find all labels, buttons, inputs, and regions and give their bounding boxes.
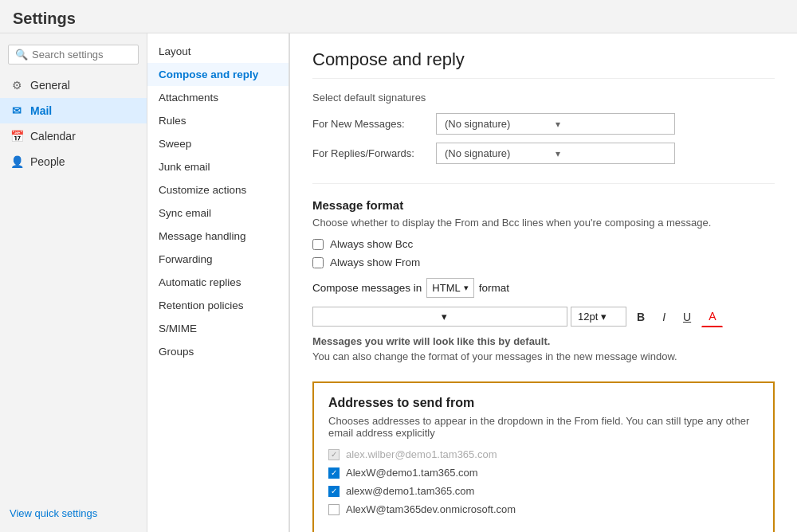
addresses-title: Addresses to send from bbox=[328, 396, 759, 410]
middle-nav: Layout Compose and reply Attachments Rul… bbox=[147, 33, 289, 532]
format-row: Compose messages in HTML ▾ format bbox=[312, 278, 775, 298]
nav-item-retention[interactable]: Retention policies bbox=[147, 294, 289, 317]
addresses-desc: Chooses addresses to appear in the dropd… bbox=[328, 415, 759, 439]
show-from-row: Always show From bbox=[312, 256, 775, 268]
sidebar: 🔍 ⚙ General ✉ Mail 📅 Calendar 👤 bbox=[0, 33, 147, 532]
sidebar-item-calendar[interactable]: 📅 Calendar bbox=[0, 123, 147, 149]
bold-button[interactable]: B bbox=[630, 307, 652, 327]
divider bbox=[312, 183, 775, 184]
chevron-down-icon: ▾ bbox=[442, 311, 560, 323]
format-value: HTML bbox=[432, 282, 460, 294]
message-format-title: Message format bbox=[312, 198, 775, 212]
message-format-section: Message format Choose whether to display… bbox=[312, 198, 775, 362]
show-from-label: Always show From bbox=[330, 256, 420, 268]
address-email-1: alex.wilber@demo1.tam365.com bbox=[346, 448, 497, 460]
app-container: Settings 🔍 ⚙ General ✉ Mail 📅 Calenda bbox=[0, 0, 797, 532]
nav-item-auto-replies[interactable]: Automatic replies bbox=[147, 271, 289, 294]
show-bcc-checkbox[interactable] bbox=[312, 239, 324, 250]
nav-item-compose[interactable]: Compose and reply bbox=[147, 63, 289, 86]
search-box[interactable]: 🔍 bbox=[8, 45, 139, 65]
show-bcc-row: Always show Bcc bbox=[312, 238, 775, 250]
size-select[interactable]: 12pt ▾ bbox=[571, 307, 626, 327]
replies-label: For Replies/Forwards: bbox=[312, 147, 436, 159]
nav-item-forwarding[interactable]: Forwarding bbox=[147, 248, 289, 271]
settings-title: Settings bbox=[13, 10, 76, 27]
nav-item-sync[interactable]: Sync email bbox=[147, 201, 289, 225]
chevron-down-icon: ▾ bbox=[601, 311, 607, 323]
toolbar-row: ▾ 12pt ▾ B I U A bbox=[312, 306, 775, 327]
compose-messages-label: Compose messages in bbox=[312, 282, 422, 294]
sidebar-nav: ⚙ General ✉ Mail 📅 Calendar 👤 People bbox=[0, 72, 147, 504]
search-icon: 🔍 bbox=[15, 49, 28, 61]
sidebar-general-label: General bbox=[30, 79, 70, 92]
signatures-label: Select default signatures bbox=[312, 92, 775, 104]
address-checkbox-checked-2[interactable] bbox=[328, 467, 340, 479]
sidebar-item-general[interactable]: ⚙ General bbox=[0, 72, 147, 98]
nav-item-layout[interactable]: Layout bbox=[147, 40, 289, 63]
replies-select[interactable]: (No signature) ▾ bbox=[436, 143, 675, 164]
nav-item-attachments[interactable]: Attachments bbox=[147, 86, 289, 109]
chevron-down-icon: ▾ bbox=[556, 119, 666, 130]
search-input[interactable] bbox=[32, 49, 132, 61]
format-note1: Messages you write will look like this b… bbox=[312, 335, 775, 347]
new-messages-row: For New Messages: (No signature) ▾ bbox=[312, 113, 775, 135]
content-area: Compose and reply Select default signatu… bbox=[289, 33, 797, 532]
header: Settings bbox=[0, 0, 797, 33]
address-email-2: AlexW@demo1.tam365.com bbox=[346, 467, 478, 479]
sidebar-mail-label: Mail bbox=[30, 104, 52, 117]
people-icon: 👤 bbox=[10, 155, 24, 169]
message-format-desc: Choose whether to display the From and B… bbox=[312, 217, 775, 229]
nav-item-sweep[interactable]: Sweep bbox=[147, 132, 289, 155]
new-messages-select[interactable]: (No signature) ▾ bbox=[436, 113, 675, 135]
address-checkbox-unchecked-4[interactable] bbox=[328, 504, 340, 515]
format-select[interactable]: HTML ▾ bbox=[426, 278, 473, 298]
sidebar-item-mail[interactable]: ✉ Mail bbox=[0, 98, 147, 123]
sidebar-item-people[interactable]: 👤 People bbox=[0, 149, 147, 174]
nav-item-rules[interactable]: Rules bbox=[147, 109, 289, 132]
mail-icon: ✉ bbox=[10, 104, 24, 118]
page-title: Compose and reply bbox=[312, 49, 775, 79]
font-select[interactable]: ▾ bbox=[312, 307, 567, 327]
format-note2: You can also change the format of your m… bbox=[312, 350, 775, 362]
signatures-section: Select default signatures For New Messag… bbox=[312, 92, 775, 164]
size-value: 12pt bbox=[578, 311, 598, 323]
nav-item-customize[interactable]: Customize actions bbox=[147, 178, 289, 201]
replies-value: (No signature) bbox=[445, 147, 556, 159]
gear-icon: ⚙ bbox=[10, 78, 24, 92]
sidebar-calendar-label: Calendar bbox=[30, 130, 76, 143]
main-layout: 🔍 ⚙ General ✉ Mail 📅 Calendar 👤 bbox=[0, 33, 797, 532]
addresses-section: Addresses to send from Chooses addresses… bbox=[312, 381, 775, 532]
underline-button[interactable]: U bbox=[676, 307, 698, 327]
address-row-3: alexw@demo1.tam365.com bbox=[328, 485, 759, 497]
chevron-down-icon: ▾ bbox=[556, 148, 666, 159]
nav-item-junk[interactable]: Junk email bbox=[147, 155, 289, 178]
address-row-1: alex.wilber@demo1.tam365.com bbox=[328, 448, 759, 460]
show-bcc-label: Always show Bcc bbox=[330, 238, 413, 250]
nav-item-smime[interactable]: S/MIME bbox=[147, 317, 289, 340]
new-messages-label: For New Messages: bbox=[312, 118, 436, 130]
nav-item-handling[interactable]: Message handling bbox=[147, 225, 289, 248]
calendar-icon: 📅 bbox=[10, 129, 24, 143]
replies-row: For Replies/Forwards: (No signature) ▾ bbox=[312, 143, 775, 164]
format-suffix: format bbox=[479, 282, 509, 294]
address-row-4: AlexW@tam365dev.onmicrosoft.com bbox=[328, 503, 759, 515]
nav-item-groups[interactable]: Groups bbox=[147, 340, 289, 363]
address-row-2: AlexW@demo1.tam365.com bbox=[328, 467, 759, 479]
address-checkbox-disabled bbox=[328, 449, 340, 460]
sidebar-people-label: People bbox=[30, 155, 65, 168]
show-from-checkbox[interactable] bbox=[312, 257, 324, 268]
font-color-button[interactable]: A bbox=[701, 306, 723, 327]
new-messages-value: (No signature) bbox=[445, 118, 556, 130]
view-quick-settings-link[interactable]: View quick settings bbox=[10, 507, 137, 519]
address-checkbox-checked-3[interactable] bbox=[328, 486, 340, 497]
address-email-3: alexw@demo1.tam365.com bbox=[346, 485, 474, 497]
address-email-4: AlexW@tam365dev.onmicrosoft.com bbox=[346, 503, 516, 515]
italic-button[interactable]: I bbox=[655, 307, 673, 327]
chevron-down-icon: ▾ bbox=[464, 283, 469, 293]
